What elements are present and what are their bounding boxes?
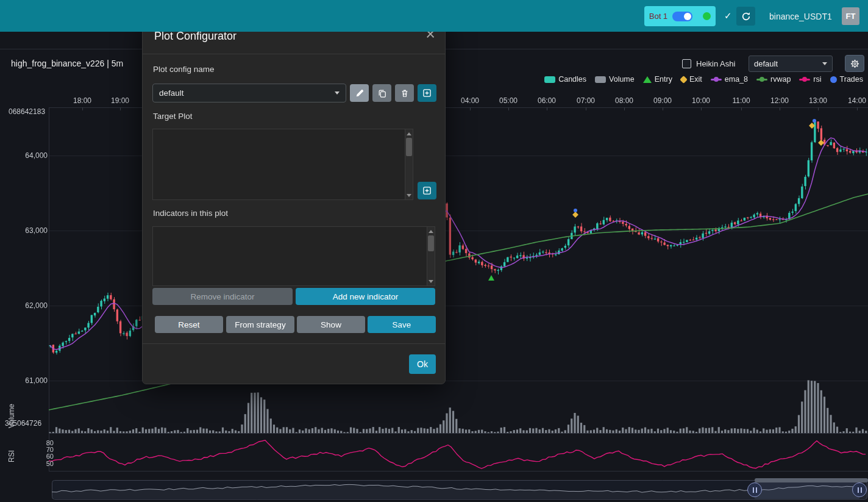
legend-item-Candles[interactable]: Candles [544, 75, 586, 84]
trash-icon [400, 89, 409, 98]
scroll-down-icon[interactable] [405, 192, 413, 199]
pause-icon [861, 487, 862, 493]
legend-item-Entry[interactable]: Entry [643, 75, 672, 84]
datazoom-scrollbar[interactable] [755, 478, 868, 482]
chart-legend: CandlesVolumeEntryExitema_8rvwaprsiTrade… [544, 75, 863, 84]
pencil-icon [355, 89, 364, 98]
legend-label: Trades [840, 75, 863, 84]
legend-label: ema_8 [725, 75, 748, 84]
save-button[interactable]: Save [368, 316, 436, 333]
add-target-plot-button[interactable] [418, 182, 436, 199]
pause-icon [858, 487, 859, 493]
ok-button[interactable]: Ok [409, 354, 436, 374]
ema_8-legend-marker-icon [711, 79, 722, 81]
rsi-legend-marker-icon [799, 79, 810, 81]
gear-icon [850, 59, 859, 68]
Volume-legend-marker-icon [595, 76, 606, 83]
add-config-button[interactable] [418, 84, 436, 102]
bot-toggle[interactable] [672, 12, 692, 21]
plus-square-icon [422, 186, 432, 195]
target-plot-label: Target Plot [153, 112, 193, 121]
datazoom-left-handle[interactable] [747, 482, 762, 497]
plot-config-name-label: Plot config name [153, 65, 215, 74]
plot-settings-button[interactable] [845, 55, 864, 72]
plus-square-icon [422, 88, 432, 98]
legend-label: Entry [655, 75, 672, 84]
Exit-legend-marker-icon [680, 76, 688, 84]
indicators-listbox [152, 226, 435, 286]
legend-item-Exit[interactable]: Exit [681, 75, 702, 84]
indicator-items [160, 228, 425, 285]
scroll-down-icon[interactable] [427, 278, 435, 285]
heikin-ashi-label: Heikin Ashi [696, 59, 735, 68]
refresh-button[interactable] [736, 7, 755, 26]
plot-configurator-modal: Plot Configurator × Plot config name def… [142, 18, 446, 384]
copy-config-button[interactable] [372, 84, 391, 102]
top-navbar: Bot 1 ✓ binance_USDT1 FT [0, 0, 868, 32]
modal-title: Plot Configurator [154, 30, 237, 43]
reset-button[interactable]: Reset [155, 316, 223, 333]
legend-label: rsi [813, 75, 821, 84]
legend-item-Volume[interactable]: Volume [595, 75, 635, 84]
rvwap-legend-marker-icon [756, 79, 767, 81]
scrollbar-thumb[interactable] [406, 138, 412, 156]
ft-logo[interactable]: FT [842, 7, 859, 25]
rsi-pane-label: RSI [7, 450, 16, 462]
target-plot-items [160, 131, 404, 199]
legend-item-ema_8[interactable]: ema_8 [711, 75, 748, 84]
volume-pane-label: Volume [7, 404, 16, 428]
edit-config-button[interactable] [350, 84, 369, 102]
target-plot-listbox [152, 129, 413, 200]
heikin-ashi-checkbox[interactable] [682, 59, 691, 68]
legend-item-rvwap[interactable]: rvwap [756, 75, 791, 84]
legend-label: Volume [609, 75, 635, 84]
legend-label: Candles [558, 75, 586, 84]
target-list-scrollbar[interactable] [405, 129, 413, 199]
show-button[interactable]: Show [297, 316, 365, 333]
check-icon: ✓ [724, 10, 732, 21]
indicators-label: Indicators in this plot [153, 209, 228, 218]
scroll-up-icon[interactable] [405, 130, 413, 137]
pause-icon [753, 487, 754, 493]
Entry-legend-marker-icon [643, 76, 652, 83]
bot-pair-label: binance_USDT1 [769, 12, 832, 21]
config-name-select[interactable]: default [152, 84, 346, 102]
chevron-down-icon [822, 62, 827, 65]
indicators-list-scrollbar[interactable] [427, 227, 435, 285]
from-strategy-button[interactable]: From strategy [226, 316, 294, 333]
plot-config-select-value: default [754, 59, 778, 68]
scrollbar-thumb[interactable] [428, 235, 434, 251]
add-new-indicator-button[interactable]: Add new indicator [296, 288, 435, 305]
bot-online-dot [703, 12, 711, 20]
chevron-down-icon [335, 91, 340, 95]
remove-indicator-button[interactable]: Remove indicator [152, 288, 293, 305]
Candles-legend-marker-icon [544, 76, 555, 83]
delete-config-button[interactable] [395, 84, 414, 102]
legend-item-Trades[interactable]: Trades [830, 75, 863, 84]
datazoom-right-handle[interactable] [852, 482, 867, 497]
pause-icon [756, 487, 757, 493]
chart-title: high_frog_binance_v226 | 5m [11, 59, 123, 68]
toggle-knob [684, 13, 691, 20]
legend-label: Exit [689, 75, 702, 84]
config-name-select-value: default [159, 88, 184, 98]
plot-config-select[interactable]: default [749, 56, 833, 72]
Trades-legend-marker-icon [830, 76, 837, 83]
modal-footer-divider [143, 343, 445, 344]
scroll-up-icon[interactable] [427, 228, 435, 235]
legend-item-rsi[interactable]: rsi [799, 75, 821, 84]
copy-icon [378, 89, 386, 98]
bot-selector[interactable]: Bot 1 [644, 6, 716, 26]
bot-name-label: Bot 1 [649, 12, 667, 21]
legend-label: rvwap [770, 75, 791, 84]
refresh-icon [741, 12, 751, 21]
